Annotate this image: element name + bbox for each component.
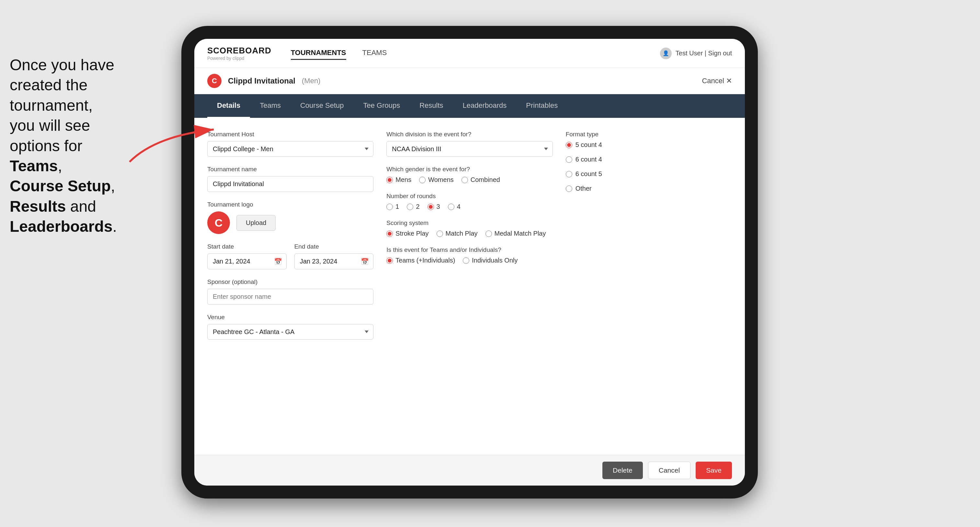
start-date-wrap: 📅 [207,254,286,269]
gender-mens-radio[interactable] [387,177,393,183]
breadcrumb-title: Clippd Invitational [228,76,295,86]
tab-leaderboards[interactable]: Leaderboards [453,94,517,118]
tab-course-setup[interactable]: Course Setup [291,94,354,118]
tab-tee-groups[interactable]: Tee Groups [353,94,410,118]
rounds-1-option[interactable]: 1 [387,203,399,210]
format-6count5-option[interactable]: 6 count 5 [566,170,732,178]
instruction-and: and [66,198,96,215]
logo-upload-area: C Upload [207,211,374,234]
cancel-x-button[interactable]: Cancel ✕ [702,77,732,85]
upload-button[interactable]: Upload [236,215,275,231]
tab-results[interactable]: Results [410,94,453,118]
save-button[interactable]: Save [696,462,732,479]
top-nav-right: 👤 Test User | Sign out [660,48,732,59]
format-other-radio[interactable] [566,186,572,192]
tab-bar: Details Teams Course Setup Tee Groups Re… [194,94,745,118]
gender-womens-option[interactable]: Womens [419,176,454,184]
format-other-option[interactable]: Other [566,185,732,192]
sponsor-group: Sponsor (optional) [207,278,374,305]
gender-combined-radio[interactable] [461,177,468,183]
division-select[interactable]: NCAA Division III [387,141,552,157]
gender-mens-option[interactable]: Mens [387,176,411,184]
rounds-1-radio[interactable] [387,204,393,210]
start-date-icon: 📅 [274,258,282,265]
rounds-2-radio[interactable] [407,204,413,210]
individuals-only-label: Individuals Only [472,257,517,264]
user-info[interactable]: Test User | Sign out [676,49,732,57]
start-date-label: Start date [207,243,286,250]
logo-circle: C [207,211,230,234]
gender-combined-option[interactable]: Combined [461,176,500,184]
format-5count4-radio[interactable] [566,142,572,148]
tab-printables[interactable]: Printables [516,94,567,118]
top-nav: SCOREBOARD Powered by clippd TOURNAMENTS… [194,39,745,68]
scoring-stroke-option[interactable]: Stroke Play [387,230,428,237]
instruction-period: . [112,218,116,235]
gender-combined-label: Combined [471,176,500,184]
scoring-stroke-label: Stroke Play [395,230,428,237]
main-content: Tournament Host Clippd College - Men Tou… [194,118,745,455]
rounds-3-label: 3 [437,203,440,210]
venue-group: Venue Peachtree GC - Atlanta - GA [207,314,374,340]
gender-label: Which gender is the event for? [387,166,552,173]
format-6count5-radio[interactable] [566,171,572,178]
nav-tournaments[interactable]: TOURNAMENTS [291,47,346,60]
gender-womens-radio[interactable] [419,177,426,183]
scoring-group: Scoring system Stroke Play Match Play [387,219,552,237]
tournament-logo-group: Tournament logo C Upload [207,201,374,234]
rounds-2-option[interactable]: 2 [407,203,419,210]
delete-button[interactable]: Delete [602,462,643,479]
format-type-group: Format type 5 count 4 6 count 4 6 count … [566,131,732,196]
format-6count4-label: 6 count 4 [576,156,602,163]
bottom-bar: Delete Cancel Save [194,455,745,486]
individuals-only-option[interactable]: Individuals Only [463,257,517,264]
rounds-4-option[interactable]: 4 [448,203,461,210]
scoring-match-radio[interactable] [437,230,443,237]
gender-mens-label: Mens [395,176,411,184]
logo-text: SCOREBOARD [207,46,271,56]
arrow-decoration [123,110,240,175]
division-label: Which division is the event for? [387,131,552,138]
end-date-group: End date 📅 [294,243,374,269]
rounds-4-label: 4 [457,203,461,210]
format-6count4-option[interactable]: 6 count 4 [566,156,732,163]
format-5count4-option[interactable]: 5 count 4 [566,141,732,149]
user-avatar: 👤 [660,48,672,59]
tournament-name-input[interactable] [207,176,374,192]
teams-plus-individuals-radio[interactable] [387,257,393,264]
rounds-4-radio[interactable] [448,204,454,210]
individuals-only-radio[interactable] [463,257,469,264]
tournament-logo-label: Tournament logo [207,201,374,208]
teams-label: Is this event for Teams and/or Individua… [387,246,552,254]
instruction-bold-results: Results [10,198,66,215]
format-type-label: Format type [566,131,732,138]
instruction-line1: Once you havecreated thetournament,you w… [10,56,115,154]
scoring-radio-group: Stroke Play Match Play Medal Match Play [387,230,552,237]
cancel-button[interactable]: Cancel [648,462,690,479]
logo-area: SCOREBOARD Powered by clippd [207,46,271,61]
tab-teams[interactable]: Teams [250,94,291,118]
form-column-3: Format type 5 count 4 6 count 4 6 count … [566,131,732,340]
scoring-stroke-radio[interactable] [387,230,393,237]
instruction-bold-leaderboards: Leaderboards [10,218,112,235]
rounds-label: Number of rounds [387,193,552,200]
venue-select[interactable]: Peachtree GC - Atlanta - GA [207,324,374,340]
rounds-group: Number of rounds 1 2 [387,193,552,210]
nav-teams[interactable]: TEAMS [363,47,387,60]
rounds-2-label: 2 [416,203,419,210]
sponsor-input[interactable] [207,289,374,305]
format-6count4-radio[interactable] [566,156,572,163]
sponsor-label: Sponsor (optional) [207,278,374,286]
breadcrumb-bar: C Clippd Invitational (Men) Cancel ✕ [194,68,745,94]
tablet-screen: SCOREBOARD Powered by clippd TOURNAMENTS… [194,39,745,486]
rounds-3-radio[interactable] [428,204,434,210]
rounds-3-option[interactable]: 3 [428,203,440,210]
scoring-medal-radio[interactable] [485,230,492,237]
scoring-medal-option[interactable]: Medal Match Play [485,230,546,237]
teams-plus-individuals-label: Teams (+Individuals) [395,257,455,264]
scoring-match-option[interactable]: Match Play [437,230,478,237]
rounds-radio-group: 1 2 3 4 [387,203,552,210]
venue-label: Venue [207,314,374,321]
teams-plus-individuals-option[interactable]: Teams (+Individuals) [387,257,455,264]
form-column-2: Which division is the event for? NCAA Di… [387,131,552,340]
